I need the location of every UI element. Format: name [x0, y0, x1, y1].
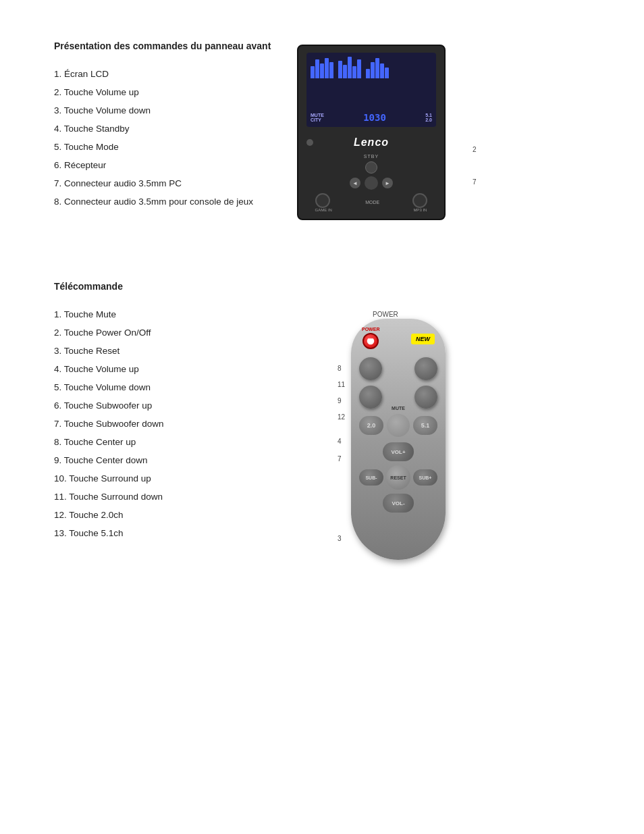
- remote-item-11: 11. Touche Surround down: [54, 488, 270, 506]
- ann-3: 3: [338, 535, 342, 542]
- section2-title: Télécommande: [54, 281, 590, 292]
- connector-game: GAME IN: [315, 193, 332, 212]
- list-item-7: 7. Connecteur audio 3.5mm PC: [54, 174, 270, 192]
- ann-7: 7: [338, 455, 342, 463]
- spacer: [387, 357, 410, 380]
- list-item-1: 1. Écran LCD: [54, 65, 270, 83]
- city-label: CITY: [311, 118, 324, 122]
- nav-center[interactable]: [365, 176, 378, 190]
- btn-2ch[interactable]: 2.0: [359, 416, 383, 435]
- btn-surround[interactable]: [414, 357, 437, 380]
- power-button[interactable]: [365, 161, 377, 174]
- remote-list: 1. Touche Mute 2. Touche Power On/Off 3.…: [54, 305, 270, 542]
- remote-item-13: 13. Touche 5.1ch: [54, 524, 270, 542]
- nav-buttons-row: ◄ ►: [350, 176, 393, 190]
- ann-8: 8: [338, 365, 342, 372]
- row-mid-3a: [359, 386, 437, 409]
- vol-up-row: VOL+: [359, 442, 437, 461]
- spacer2: [387, 386, 410, 409]
- connectors-row: GAME IN MODE MP3 IN: [298, 193, 444, 212]
- power-btn-area: POWER: [362, 327, 379, 350]
- num-label-2: 2: [473, 146, 477, 153]
- ch20-label: 2.0: [425, 118, 432, 122]
- btn-vol-down[interactable]: VOL-: [383, 494, 414, 513]
- remote-item-1: 1. Touche Mute: [54, 305, 270, 323]
- remote-item-4: 4. Touche Volume up: [54, 360, 270, 378]
- remote-item-5: 5. Touche Volume down: [54, 378, 270, 396]
- section-front-panel: Présentation des commandes du panneau av…: [54, 41, 590, 247]
- lcd-screen: MUTE CITY 1030 5.1 2.0: [306, 53, 436, 127]
- remote-item-2: 2. Touche Power On/Off: [54, 323, 270, 342]
- connector-game-jack: [315, 193, 330, 208]
- section2-content: 1. Touche Mute 2. Touche Power On/Off 3.…: [54, 305, 590, 609]
- sub-reset-row: SUB- RESET SUB+: [359, 465, 437, 490]
- remote-body: POWER NEW: [351, 319, 446, 560]
- remote-item-6: 6. Touche Subwoofer up: [54, 396, 270, 415]
- lenco-logo-area: Lenco: [298, 132, 444, 153]
- new-badge: NEW: [411, 334, 435, 344]
- device-front-image: MUTE CITY 1030 5.1 2.0 Lenco: [297, 45, 446, 220]
- btn-center-down[interactable]: [359, 386, 382, 409]
- connector-mp3-jack: [412, 193, 427, 208]
- section1-content: 1. Écran LCD 2. Touche Volume up 3. Touc…: [54, 65, 590, 247]
- power-text: POWER: [362, 327, 379, 332]
- btn-sub-minus[interactable]: SUB-: [359, 469, 383, 486]
- time-display: 1030: [363, 112, 386, 123]
- equalizer-bars: [306, 53, 436, 78]
- vol-down-button[interactable]: ◄: [350, 178, 360, 188]
- remote-item-10: 10. Touche Surround up: [54, 469, 270, 488]
- mute-label: MUTE: [311, 113, 324, 118]
- list-item-4: 4. Touche Standby: [54, 120, 270, 138]
- ch51-label: 5.1: [425, 113, 432, 118]
- btn-center-up[interactable]: [359, 357, 382, 380]
- remote-item-8: 8. Touche Center up: [54, 433, 270, 451]
- section-remote: Télécommande 1. Touche Mute 2. Touche Po…: [54, 281, 590, 609]
- power-button-remote[interactable]: [363, 333, 379, 349]
- remote-top-row: POWER NEW: [359, 327, 437, 350]
- front-panel-diagram: 1 2 3 4 5 6 7 8: [297, 58, 486, 247]
- screen-info: MUTE CITY 1030 5.1 2.0: [311, 112, 432, 123]
- remote-item-3: 3. Touche Reset: [54, 342, 270, 360]
- ann-4: 4: [338, 438, 342, 445]
- vol-up-button[interactable]: ►: [382, 178, 393, 188]
- btn-sub-plus[interactable]: SUB+: [413, 469, 437, 486]
- connector-mp3-label: MP3 IN: [412, 208, 427, 212]
- ann-12: 12: [338, 413, 345, 421]
- connector-mp3: MP3 IN: [412, 193, 427, 212]
- connector-game-label: GAME IN: [315, 208, 332, 212]
- btn-reset[interactable]: RESET: [386, 465, 410, 490]
- list-item-8: 8. Connecteur audio 3.5mm pour console d…: [54, 192, 270, 211]
- mode-label: MODE: [365, 200, 379, 205]
- front-panel-list: 1. Écran LCD 2. Touche Volume up 3. Touc…: [54, 65, 270, 211]
- mute-top-label: MUTE: [392, 406, 405, 411]
- ann-11: 11: [338, 381, 345, 388]
- list-item-2: 2. Touche Volume up: [54, 83, 270, 101]
- vol-down-row: VOL-: [359, 494, 437, 513]
- list-item-5: 5. Touche Mode: [54, 138, 270, 156]
- row-top-3: [359, 357, 437, 380]
- remote-item-9: 9. Touche Center down: [54, 451, 270, 469]
- ann-power: POWER: [373, 311, 398, 318]
- list-item-3: 3. Touche Volume down: [54, 101, 270, 120]
- btn-mute[interactable]: MUTE: [387, 414, 410, 437]
- lenco-logo: Lenco: [354, 136, 389, 149]
- remote-diagram: POWER 2 8 11 10 9 13 12 1 4 7 6 5 3 POWE…: [297, 305, 500, 609]
- btn-51ch[interactable]: 5.1: [413, 416, 437, 435]
- list-item-6: 6. Récepteur: [54, 156, 270, 174]
- remote-item-7: 7. Touche Subwoofer down: [54, 415, 270, 433]
- ann-9: 9: [338, 397, 342, 405]
- num-label-7: 7: [473, 178, 477, 186]
- btn-vol-up[interactable]: VOL+: [383, 442, 414, 461]
- remote-item-12: 12. Touche 2.0ch: [54, 506, 270, 524]
- row-ch-buttons: 2.0 MUTE 5.1: [359, 414, 437, 437]
- device-controls-area: STBY ◄ ►: [298, 154, 444, 190]
- mode-btn-area: MODE: [365, 200, 379, 206]
- standby-label: STBY: [364, 154, 379, 159]
- btn-surround-down[interactable]: [414, 386, 437, 409]
